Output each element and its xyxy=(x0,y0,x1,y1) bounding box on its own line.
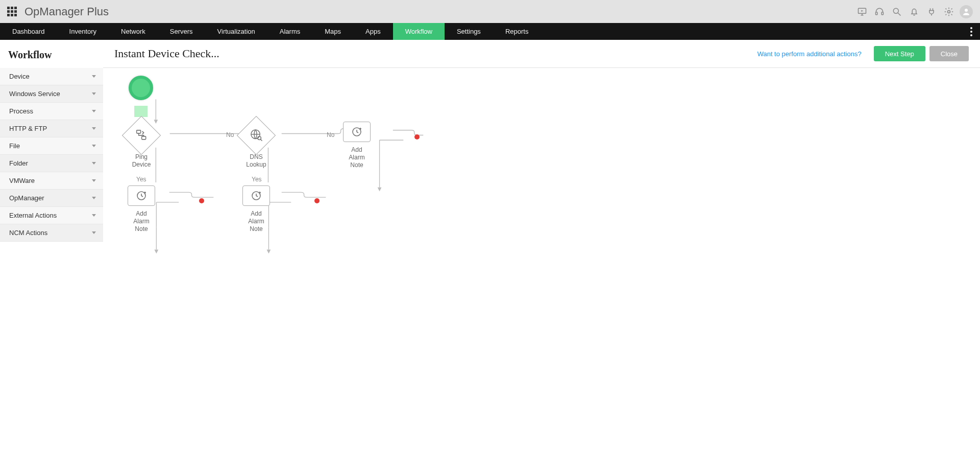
flow-terminal-dot xyxy=(314,198,320,203)
flow-node-label: AddAlarmNote xyxy=(242,210,270,233)
svg-point-12 xyxy=(970,34,972,36)
svg-line-6 xyxy=(898,13,901,15)
nav-item-virtualization[interactable]: Virtualization xyxy=(205,23,267,40)
flow-node-note_yes2[interactable]: AddAlarmNote xyxy=(242,185,270,233)
nav-item-servers[interactable]: Servers xyxy=(158,23,205,40)
sidebar: Workflow DeviceWindows ServiceProcessHTT… xyxy=(0,40,103,466)
flow-terminal-dot xyxy=(414,134,420,139)
nav-item-reports[interactable]: Reports xyxy=(493,23,541,40)
chevron-down-icon xyxy=(92,197,96,199)
svg-marker-24 xyxy=(154,249,158,253)
svg-point-10 xyxy=(970,27,972,29)
chevron-down-icon xyxy=(92,179,96,182)
navbar: DashboardInventoryNetworkServersVirtuali… xyxy=(0,23,980,40)
workflow-canvas[interactable]: PingDeviceDNSLookupAddAlarmNoteAddAlarmN… xyxy=(103,68,980,466)
svg-marker-29 xyxy=(267,249,271,253)
nav-item-settings[interactable]: Settings xyxy=(445,23,493,40)
clock-plus-icon xyxy=(343,122,371,142)
sidebar-group-opmanager[interactable]: OpManager xyxy=(0,190,103,207)
edge-label-yes: Yes xyxy=(252,176,262,183)
flow-node-ping[interactable]: PingDevice xyxy=(128,122,155,169)
clock-plus-icon xyxy=(128,185,155,206)
flow-terminal-dot xyxy=(199,198,204,203)
svg-rect-4 xyxy=(881,12,883,14)
chevron-down-icon xyxy=(92,75,96,78)
edge-label-yes: Yes xyxy=(136,176,146,183)
svg-point-9 xyxy=(965,9,968,12)
close-button[interactable]: Close xyxy=(929,46,969,61)
flow-node-label: AddAlarmNote xyxy=(343,146,371,169)
nav-overflow-icon[interactable] xyxy=(963,23,980,40)
flow-node-label: DNSLookup xyxy=(242,153,270,169)
svg-marker-18 xyxy=(378,188,382,192)
svg-point-5 xyxy=(893,8,898,13)
flow-connectors xyxy=(103,68,980,466)
chevron-down-icon xyxy=(92,162,96,165)
gear-icon[interactable] xyxy=(940,3,958,20)
avatar[interactable] xyxy=(960,5,973,18)
flow-start-node[interactable] xyxy=(129,76,153,100)
flow-node-note_yes1[interactable]: AddAlarmNote xyxy=(128,185,155,233)
globe-search-icon xyxy=(250,128,263,143)
main: Instant Device Check... Want to perform … xyxy=(103,40,980,466)
sidebar-group-windows-service[interactable]: Windows Service xyxy=(0,85,103,103)
additional-actions-link[interactable]: Want to perform additional actions? xyxy=(757,50,862,58)
sidebar-group-ncm-actions[interactable]: NCM Actions xyxy=(0,224,103,242)
sidebar-title: Workflow xyxy=(0,40,103,68)
nav-item-maps[interactable]: Maps xyxy=(312,23,353,40)
nav-item-dashboard[interactable]: Dashboard xyxy=(0,23,57,40)
edge-label-no: No xyxy=(226,131,234,138)
nav-item-network[interactable]: Network xyxy=(109,23,158,40)
drop-target[interactable] xyxy=(134,106,148,117)
next-step-button[interactable]: Next Step xyxy=(874,46,925,61)
sidebar-group-file[interactable]: File xyxy=(0,137,103,155)
apps-grid-icon[interactable] xyxy=(7,7,17,17)
page-title: Instant Device Check... xyxy=(114,47,219,60)
flow-node-label: AddAlarmNote xyxy=(128,210,155,233)
nav-item-apps[interactable]: Apps xyxy=(353,23,393,40)
plug-icon[interactable] xyxy=(923,3,940,20)
svg-rect-31 xyxy=(142,136,146,139)
bell-icon[interactable] xyxy=(905,3,923,20)
presentation-icon[interactable] xyxy=(853,3,871,20)
nav-item-inventory[interactable]: Inventory xyxy=(57,23,109,40)
ping-icon xyxy=(135,129,148,143)
sidebar-group-device[interactable]: Device xyxy=(0,68,103,85)
nav-item-alarms[interactable]: Alarms xyxy=(267,23,312,40)
flow-node-label: PingDevice xyxy=(128,153,155,169)
svg-point-8 xyxy=(948,10,950,13)
clock-plus-icon xyxy=(242,185,270,206)
search-icon[interactable] xyxy=(888,3,905,20)
nav-item-workflow[interactable]: Workflow xyxy=(393,23,445,40)
svg-rect-30 xyxy=(137,130,141,133)
sidebar-group-process[interactable]: Process xyxy=(0,103,103,120)
sidebar-group-external-actions[interactable]: External Actions xyxy=(0,207,103,224)
flow-node-note_no2[interactable]: AddAlarmNote xyxy=(343,122,371,169)
chevron-down-icon xyxy=(92,127,96,130)
svg-line-34 xyxy=(261,139,262,141)
svg-point-11 xyxy=(970,31,972,33)
chevron-down-icon xyxy=(92,214,96,217)
edge-label-no: No xyxy=(327,131,334,138)
sidebar-group-vmware[interactable]: VMWare xyxy=(0,172,103,190)
chevron-down-icon xyxy=(92,231,96,234)
svg-rect-3 xyxy=(876,12,877,14)
chevron-down-icon xyxy=(92,92,96,95)
headset-icon[interactable] xyxy=(871,3,888,20)
page-header: Instant Device Check... Want to perform … xyxy=(103,40,980,68)
chevron-down-icon xyxy=(92,110,96,112)
sidebar-group-folder[interactable]: Folder xyxy=(0,155,103,172)
chevron-down-icon xyxy=(92,145,96,147)
brand: OpManager Plus xyxy=(24,5,109,18)
topbar: OpManager Plus xyxy=(0,0,980,23)
sidebar-group-http-ftp[interactable]: HTTP & FTP xyxy=(0,120,103,137)
flow-node-dns[interactable]: DNSLookup xyxy=(242,122,270,169)
